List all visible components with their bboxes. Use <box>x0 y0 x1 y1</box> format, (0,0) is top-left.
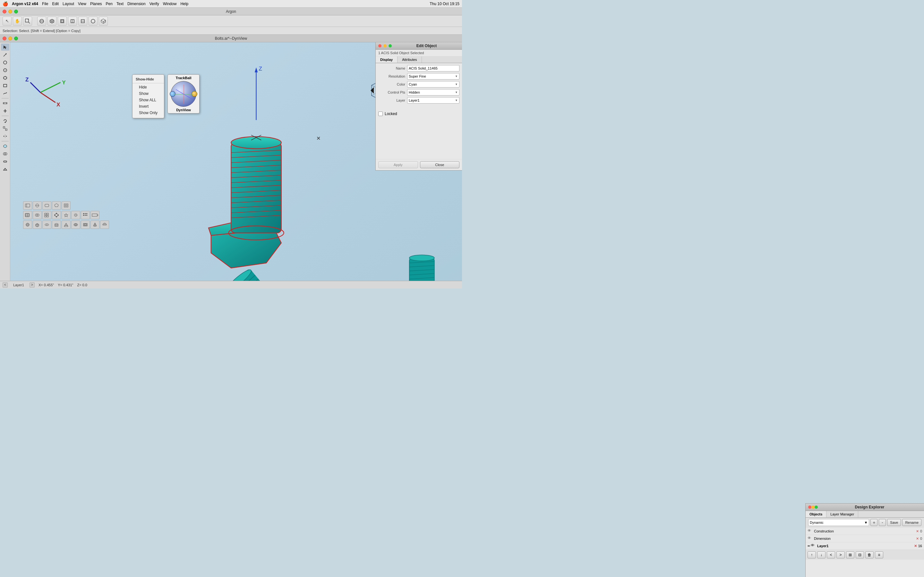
tool-view-front[interactable] <box>58 17 67 26</box>
resolution-dropdown[interactable]: Super Fine ▼ <box>407 73 459 79</box>
shape-box[interactable] <box>33 221 42 229</box>
layer-prev-button[interactable]: < <box>3 282 8 287</box>
close-button[interactable] <box>3 10 6 13</box>
shape-cylinder[interactable] <box>52 221 61 229</box>
menu-planes[interactable]: Planes <box>90 2 102 6</box>
layer-next-button[interactable]: > <box>29 282 35 287</box>
locked-checkbox[interactable] <box>378 111 383 116</box>
tool-mirror[interactable] <box>1 133 9 140</box>
tool-pen[interactable] <box>1 51 9 58</box>
menu-dimension[interactable]: Dimension <box>128 2 145 6</box>
tool-surface[interactable] <box>1 166 9 173</box>
tool-zoom-region[interactable] <box>23 17 32 26</box>
shape-torus[interactable] <box>42 221 51 229</box>
layer-dropdown[interactable]: Layer1 ▼ <box>407 97 459 103</box>
tool-circle-2[interactable] <box>1 67 9 74</box>
layer-arrow: ▼ <box>455 99 458 102</box>
menu-file[interactable]: File <box>42 2 48 6</box>
tool-boolean[interactable] <box>1 150 9 157</box>
name-input[interactable] <box>407 65 459 71</box>
trackball-sphere[interactable] <box>171 81 196 107</box>
doc-close-button[interactable] <box>3 37 6 40</box>
shape-ring[interactable] <box>71 221 80 229</box>
shape-pyramid[interactable] <box>90 221 99 229</box>
tool-circular-array[interactable] <box>52 211 61 219</box>
tool-panel-view2[interactable] <box>33 201 42 210</box>
app-name[interactable]: Argon v12 x64 <box>12 2 38 6</box>
minimize-button[interactable] <box>8 10 12 13</box>
svg-rect-26 <box>3 84 7 87</box>
menu-pen[interactable]: Pen <box>106 2 113 6</box>
show-hide-invert[interactable]: Invert <box>132 103 164 110</box>
tab-display[interactable]: Display <box>376 56 397 63</box>
show-hide-show-all[interactable]: Show ALL <box>132 97 164 103</box>
svg-point-126 <box>57 214 59 216</box>
color-dropdown[interactable]: Cyan ▼ <box>407 81 459 87</box>
app-title: Argon <box>226 9 236 14</box>
resolution-arrow: ▼ <box>455 75 458 78</box>
tool-view-iso[interactable] <box>47 17 57 26</box>
tool-extend[interactable] <box>90 211 99 219</box>
tool-select[interactable]: ↖ <box>3 17 11 26</box>
svg-rect-132 <box>83 213 84 214</box>
edit-panel-close[interactable] <box>378 44 381 47</box>
tool-bool-union[interactable] <box>23 211 32 219</box>
show-hide-hide[interactable]: Hide <box>132 84 164 90</box>
shape-cone[interactable] <box>61 221 71 229</box>
shape-rect-tube[interactable] <box>81 221 90 229</box>
menu-edit[interactable]: Edit <box>52 2 59 6</box>
tool-bool-2[interactable] <box>33 211 42 219</box>
show-hide-show[interactable]: Show <box>132 90 164 97</box>
maximize-button[interactable] <box>14 10 18 13</box>
apply-button[interactable]: Apply <box>378 161 418 168</box>
tool-rotate[interactable] <box>1 117 9 124</box>
edit-panel-zoom[interactable] <box>389 44 392 47</box>
edit-panel-minimize[interactable] <box>383 44 387 47</box>
control-pts-dropdown[interactable]: Hidden ▼ <box>407 89 459 95</box>
menu-verify[interactable]: Verify <box>150 2 159 6</box>
tool-panel-view4[interactable] <box>52 201 61 210</box>
window-controls <box>3 10 18 13</box>
apple-menu[interactable]: 🍎 <box>3 1 8 6</box>
tool-modify[interactable] <box>1 158 9 165</box>
tool-circle[interactable] <box>1 59 9 66</box>
camera-tool-row <box>23 201 109 210</box>
tool-select-arrow[interactable] <box>1 44 9 51</box>
tool-array[interactable] <box>42 211 51 219</box>
menu-text[interactable]: Text <box>116 2 124 6</box>
shape-hemisphere[interactable] <box>100 221 109 229</box>
tool-view-top[interactable] <box>78 17 87 26</box>
tab-attributes[interactable]: Attributes <box>397 56 422 63</box>
menu-window[interactable]: Window <box>163 2 177 6</box>
tool-3d-ops[interactable] <box>1 143 9 150</box>
tool-pan[interactable]: ✋ <box>13 17 22 26</box>
tool-star[interactable] <box>61 211 71 219</box>
tool-rect[interactable] <box>1 82 9 89</box>
show-hide-title: Show-Hide <box>132 77 164 83</box>
shape-sphere[interactable] <box>23 221 32 229</box>
tool-grid[interactable] <box>81 211 90 219</box>
tool-view-cube[interactable] <box>99 17 108 26</box>
main-toolbar: ↖ ✋ <box>0 15 462 27</box>
tool-scale[interactable] <box>1 125 9 132</box>
svg-rect-121 <box>47 213 48 215</box>
tool-panel-view3[interactable] <box>42 201 51 210</box>
tool-panel-view1[interactable] <box>23 201 32 210</box>
tool-polygon[interactable] <box>1 74 9 81</box>
show-hide-show-only[interactable]: Show Only <box>132 110 164 116</box>
tool-transform[interactable] <box>1 107 9 114</box>
close-button[interactable]: Close <box>420 161 460 168</box>
doc-maximize-button[interactable] <box>14 37 18 40</box>
doc-minimize-button[interactable] <box>8 37 12 40</box>
menu-view[interactable]: View <box>78 2 86 6</box>
tool-measure[interactable] <box>1 100 9 107</box>
tool-perspective[interactable] <box>37 17 46 26</box>
menu-layout[interactable]: Layout <box>63 2 74 6</box>
tool-view-right[interactable] <box>68 17 77 26</box>
tool-view-back[interactable] <box>89 17 97 26</box>
tool-panel-view5[interactable] <box>61 201 71 210</box>
menu-help[interactable]: Help <box>180 2 188 6</box>
tool-gear[interactable] <box>71 211 80 219</box>
color-arrow: ▼ <box>455 83 458 86</box>
tool-spline[interactable] <box>1 90 9 97</box>
